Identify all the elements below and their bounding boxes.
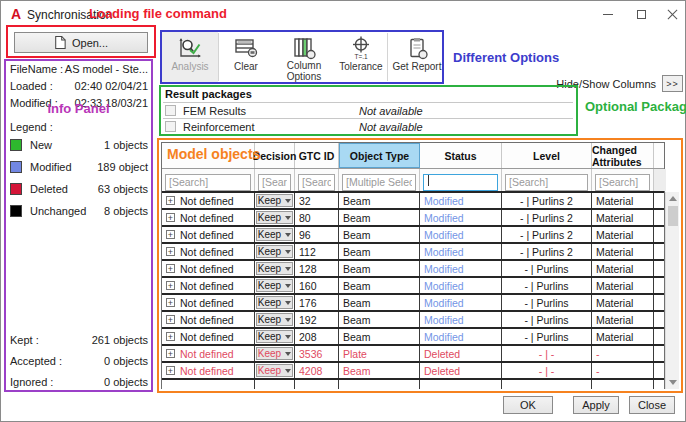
decision-dropdown[interactable]: Keep <box>256 245 293 258</box>
cell-object-type: Beam <box>339 312 420 327</box>
cell-object-type: Beam <box>339 363 420 378</box>
toolbar-button-analysis[interactable]: Analysis <box>162 32 218 82</box>
expand-icon[interactable] <box>166 281 175 290</box>
cell-changed-attributes: Material <box>592 312 654 327</box>
expand-icon[interactable] <box>166 315 175 324</box>
scroll-up-button[interactable] <box>666 192 680 205</box>
expand-icon[interactable] <box>166 213 175 222</box>
cell-decision: Keep <box>255 244 295 259</box>
search-input-level[interactable] <box>505 174 588 191</box>
object-name: Not defined <box>180 297 234 309</box>
chevron-down-icon <box>285 284 291 288</box>
table-row[interactable]: Not defined Keep 208 Beam Modified - | P… <box>162 329 664 346</box>
column-header-level[interactable]: Level <box>502 143 592 168</box>
synchronisation-dialog: A Synchronisation Loading file command D… <box>0 0 686 422</box>
table-row[interactable]: Not defined Keep 160 Beam Modified - | P… <box>162 278 664 295</box>
table-row[interactable]: Not defined Keep 3536 Plate Deleted - | … <box>162 346 664 363</box>
cell-object-name: Not defined <box>162 295 255 310</box>
toolbar-button-label: Analysis <box>171 61 208 72</box>
table-row[interactable]: Not defined Keep 112 Beam Modified - | P… <box>162 244 664 261</box>
open-button[interactable]: Open... <box>14 32 148 53</box>
decision-dropdown[interactable]: Keep <box>256 211 293 224</box>
table-row[interactable]: Not defined Keep 80 Beam Modified - | Pu… <box>162 210 664 227</box>
expand-icon[interactable] <box>166 366 175 375</box>
decision-dropdown[interactable]: Keep <box>256 364 293 377</box>
toolbar-button-tolerance[interactable]: T=.1 Tolerance <box>335 32 387 82</box>
package-name: FEM Results <box>183 105 246 117</box>
cell-decision: Keep <box>255 193 295 208</box>
column-header-object-type[interactable]: Object Type <box>339 143 420 168</box>
ok-button[interactable]: OK <box>503 396 553 414</box>
expand-icon[interactable] <box>166 349 175 358</box>
expand-icon[interactable] <box>166 298 175 307</box>
object-name: Not defined <box>180 229 234 241</box>
legend-color-swatch <box>10 161 22 173</box>
app-logo-icon: A <box>9 7 23 21</box>
close-button[interactable] <box>657 1 686 27</box>
table-row[interactable]: Not defined Keep 128 Beam Modified - | P… <box>162 261 664 278</box>
table-row[interactable]: Not defined Keep 4208 Beam Deleted - | -… <box>162 363 664 380</box>
close-dialog-button[interactable]: Close <box>629 396 675 414</box>
cell-object-type: Beam <box>339 244 420 259</box>
chevron-down-icon <box>285 352 291 356</box>
search-input-object-type[interactable] <box>342 174 416 191</box>
search-input-status[interactable] <box>423 174 498 191</box>
maximize-button[interactable] <box>626 1 656 27</box>
checkbox-fem-results[interactable] <box>165 105 176 116</box>
cell-empty <box>420 380 502 389</box>
column-header-decision[interactable]: Decision <box>255 143 295 168</box>
legend-count: 1 objects <box>104 139 148 151</box>
search-input-changed-attributes[interactable] <box>595 174 650 191</box>
table-row[interactable]: Not defined Keep 32 Beam Modified - | Pu… <box>162 193 664 210</box>
decision-dropdown[interactable]: Keep <box>256 313 293 326</box>
apply-button[interactable]: Apply <box>573 396 619 414</box>
expand-icon[interactable] <box>166 264 175 273</box>
table-row[interactable]: Not defined Keep 176 Beam Modified - | P… <box>162 295 664 312</box>
stats-label: Ignored : <box>10 376 53 390</box>
cell-empty <box>255 380 295 389</box>
decision-dropdown[interactable]: Keep <box>256 296 293 309</box>
expand-icon[interactable] <box>166 247 175 256</box>
toolbar-button-clear[interactable]: Clear <box>219 32 273 82</box>
stats-row: Accepted : 0 objects <box>10 355 148 369</box>
search-input-gtc-id[interactable] <box>298 174 335 191</box>
expand-icon[interactable] <box>166 196 175 205</box>
table-scrollbar[interactable] <box>665 192 679 389</box>
stats-label: Kept : <box>10 334 39 348</box>
cell-level: - | - <box>502 363 592 378</box>
decision-dropdown[interactable]: Keep <box>256 279 293 292</box>
cell-object-type: Beam <box>339 227 420 242</box>
column-header-gtc-id[interactable]: GTC ID <box>295 143 339 168</box>
column-header-status[interactable]: Status <box>420 143 502 168</box>
table-row[interactable]: Not defined Keep 96 Beam Modified - | Pu… <box>162 227 664 244</box>
table-row[interactable]: Not defined Keep 192 Beam Modified - | P… <box>162 312 664 329</box>
cell-gtc-id: 128 <box>295 261 339 276</box>
decision-dropdown[interactable]: Keep <box>256 228 293 241</box>
cell-gtc-id: 208 <box>295 329 339 344</box>
scrollbar-thumb[interactable] <box>668 206 678 226</box>
cell-status: Modified <box>420 210 502 225</box>
minimize-button[interactable] <box>593 1 623 27</box>
search-input-decision[interactable] <box>258 174 291 191</box>
annotation-optional-packages: Optional Packages <box>585 99 686 114</box>
search-input-tree[interactable] <box>165 174 251 191</box>
column-header-changed-attributes[interactable]: Changed Attributes <box>592 143 654 168</box>
cell-status: Modified <box>420 227 502 242</box>
decision-dropdown[interactable]: Keep <box>256 347 293 360</box>
table-body: Not defined Keep 32 Beam Modified - | Pu… <box>162 193 664 380</box>
model-objects-table: DecisionGTC IDObject TypeStatusLevelChan… <box>161 142 665 389</box>
cell-changed-attributes: - <box>592 346 654 361</box>
expand-icon[interactable] <box>166 332 175 341</box>
hide-show-columns-button[interactable]: >> <box>662 75 683 92</box>
cell-level: - | Purlins 2 <box>502 193 592 208</box>
toolbar-button-column-options[interactable]: Column Options <box>273 32 335 82</box>
scroll-down-button[interactable] <box>666 376 680 389</box>
decision-dropdown[interactable]: Keep <box>256 262 293 275</box>
toolbar-button-get-report[interactable]: Get Report <box>388 32 446 82</box>
cell-object-name: Not defined <box>162 244 255 259</box>
decision-dropdown[interactable]: Keep <box>256 194 293 207</box>
decision-dropdown[interactable]: Keep <box>256 330 293 343</box>
checkbox-reinforcement[interactable] <box>165 121 176 132</box>
expand-icon[interactable] <box>166 230 175 239</box>
legend-label: Legend : <box>10 121 53 133</box>
